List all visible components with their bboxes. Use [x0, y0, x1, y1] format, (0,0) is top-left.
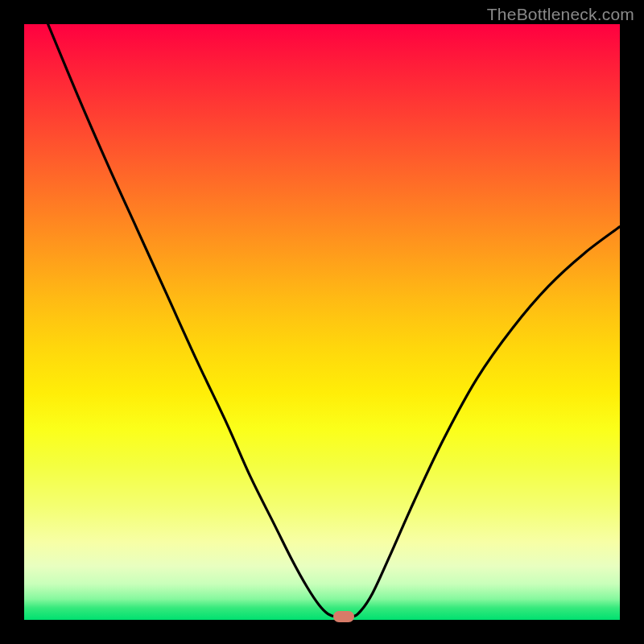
bottleneck-curve: [24, 24, 620, 620]
watermark-text: TheBottleneck.com: [487, 5, 634, 24]
minimum-marker: [333, 611, 354, 622]
plot-area: [24, 24, 620, 620]
chart-frame: TheBottleneck.com: [0, 0, 644, 644]
